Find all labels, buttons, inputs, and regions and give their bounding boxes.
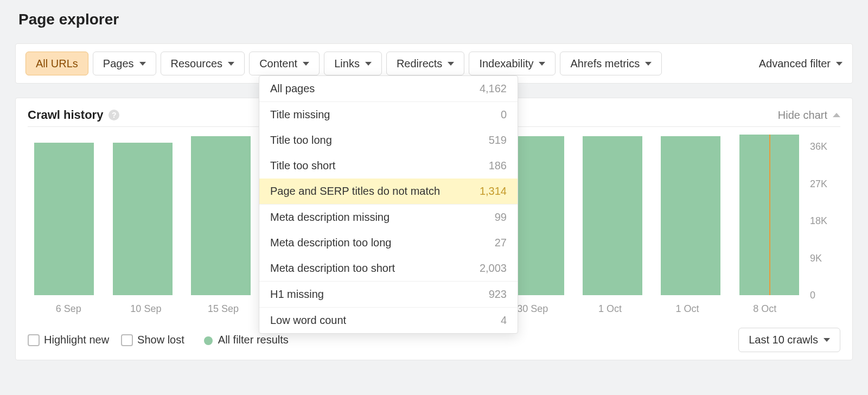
dropdown-item-label: Title missing: [270, 109, 330, 121]
filter-links[interactable]: Links: [324, 52, 382, 75]
dropdown-item[interactable]: Title too long519: [259, 128, 518, 153]
filter-label: Pages: [103, 58, 134, 70]
filter-label: Content: [259, 58, 297, 70]
y-tick: 0: [810, 290, 815, 301]
filter-label: Redirects: [397, 58, 442, 70]
legend-item: All filter results: [196, 334, 289, 346]
filter-label: Ahrefs metrics: [570, 58, 640, 70]
dropdown-item-count: 186: [489, 160, 507, 172]
filter-resources[interactable]: Resources: [161, 52, 245, 75]
y-tick: 9K: [810, 252, 822, 264]
bar[interactable]: [583, 136, 642, 295]
crawl-range-label: Last 10 crawls: [749, 334, 818, 346]
bar[interactable]: [661, 136, 720, 295]
current-crawl-marker: [769, 135, 770, 295]
bar[interactable]: [191, 136, 251, 295]
filter-bar: All URLsPagesResourcesContentLinksRedire…: [15, 43, 853, 84]
dropdown-item-label: All pages: [270, 82, 315, 95]
bar-column: [187, 136, 255, 295]
x-tick: 8 Oct: [726, 303, 803, 315]
y-axis: 36K27K18K9K0: [806, 130, 840, 315]
dropdown-item-count: 4,162: [480, 82, 507, 95]
filter-indexability[interactable]: Indexability: [469, 52, 556, 75]
filter-all-urls[interactable]: All URLs: [25, 52, 88, 75]
legend-dot-icon: [204, 336, 213, 345]
show-lost-label: Show lost: [137, 334, 184, 346]
x-tick: 6 Sep: [30, 303, 107, 315]
chevron-down-icon: [448, 62, 454, 66]
dropdown-item-count: 519: [489, 134, 507, 146]
dropdown-item-label: H1 missing: [270, 288, 324, 301]
bar-column: [656, 136, 725, 295]
bar-column: [108, 143, 176, 295]
content-dropdown: All pages4,162Title missing0Title too lo…: [259, 75, 518, 334]
dropdown-item-label: Meta description missing: [270, 211, 390, 224]
chevron-down-icon: [836, 62, 843, 66]
legend-label: All filter results: [218, 334, 289, 346]
page-title: Page explorer: [18, 11, 853, 28]
filter-redirects[interactable]: Redirects: [386, 52, 464, 75]
hide-chart-button[interactable]: Hide chart: [778, 109, 840, 122]
dropdown-item[interactable]: Title missing0: [259, 102, 518, 128]
crawl-range-button[interactable]: Last 10 crawls: [738, 328, 840, 352]
y-tick: 36K: [810, 141, 827, 152]
dropdown-item-count: 0: [501, 109, 507, 121]
dropdown-item[interactable]: Page and SERP titles do not match1,314: [259, 179, 518, 204]
dropdown-item-count: 99: [495, 211, 507, 224]
chevron-down-icon: [303, 62, 309, 66]
dropdown-item-count: 923: [489, 288, 507, 301]
filter-label: All URLs: [36, 58, 78, 70]
show-lost-checkbox[interactable]: Show lost: [121, 334, 184, 347]
highlight-new-label: Highlight new: [44, 334, 109, 346]
chevron-down-icon: [139, 62, 146, 66]
x-tick: 15 Sep: [184, 303, 262, 315]
help-icon[interactable]: ?: [108, 110, 119, 120]
highlight-new-checkbox[interactable]: Highlight new: [28, 334, 109, 347]
chevron-down-icon: [824, 338, 830, 342]
advanced-filter-button[interactable]: Advanced filter: [759, 58, 843, 70]
x-tick: 1 Oct: [571, 303, 649, 315]
dropdown-item[interactable]: Meta description missing99: [259, 205, 518, 230]
chevron-down-icon: [228, 62, 234, 66]
dropdown-item-count: 4: [501, 314, 507, 327]
chart-title-row: Crawl history ?: [28, 108, 119, 122]
filter-label: Links: [334, 58, 360, 70]
bar[interactable]: [113, 143, 173, 295]
dropdown-item[interactable]: Low word count4: [259, 308, 518, 333]
dropdown-item-label: Title too short: [270, 160, 335, 172]
y-tick: 18K: [810, 215, 827, 227]
dropdown-item-label: Low word count: [270, 314, 346, 327]
chevron-down-icon: [539, 62, 545, 66]
bar[interactable]: [34, 143, 94, 295]
advanced-filter-label: Advanced filter: [759, 58, 831, 70]
dropdown-item-count: 2,003: [480, 262, 507, 275]
bar-column: [735, 135, 803, 295]
filter-ahrefs-metrics[interactable]: Ahrefs metrics: [560, 52, 662, 75]
checkbox-icon: [121, 334, 133, 346]
filter-content[interactable]: Content: [249, 52, 320, 75]
filter-label: Resources: [171, 58, 223, 70]
x-tick: 1 Oct: [649, 303, 726, 315]
dropdown-item[interactable]: All pages4,162: [259, 76, 518, 101]
hide-chart-label: Hide chart: [778, 109, 827, 122]
dropdown-item[interactable]: Meta description too long27: [259, 230, 518, 256]
chart-title: Crawl history: [28, 108, 103, 122]
y-tick: 27K: [810, 178, 827, 189]
checkbox-icon: [28, 334, 40, 346]
filter-pages[interactable]: Pages: [93, 52, 156, 75]
dropdown-item-label: Meta description too short: [270, 262, 395, 275]
bar-column: [578, 136, 647, 295]
dropdown-item-count: 1,314: [480, 185, 507, 197]
dropdown-item[interactable]: H1 missing923: [259, 282, 518, 307]
filter-label: Indexability: [479, 58, 533, 70]
dropdown-item-label: Title too long: [270, 134, 332, 146]
dropdown-item[interactable]: Meta description too short2,003: [259, 256, 518, 281]
dropdown-item-label: Meta description too long: [270, 237, 391, 249]
dropdown-item-count: 27: [495, 237, 507, 249]
dropdown-item-label: Page and SERP titles do not match: [270, 185, 440, 197]
dropdown-item[interactable]: Title too short186: [259, 153, 518, 179]
chevron-up-icon: [833, 113, 840, 117]
bar-column: [30, 143, 98, 295]
bar[interactable]: [739, 135, 799, 295]
chevron-down-icon: [365, 62, 372, 66]
